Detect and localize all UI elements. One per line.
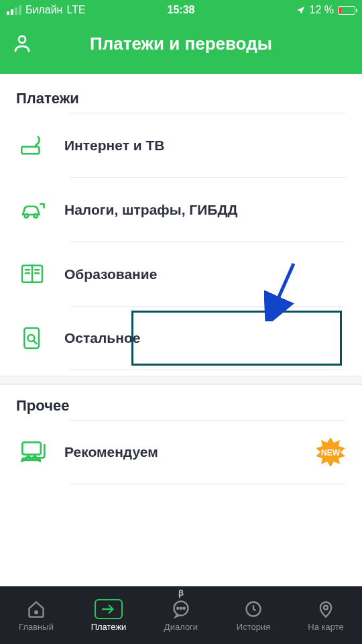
svg-rect-14 [22,442,41,454]
nav-history[interactable]: История [217,586,290,644]
section-payments: Платежи Интернет и ТВ Налоги, штрафы, ГИ… [0,74,362,376]
svg-point-21 [177,607,178,608]
page-title: Платежи и переводы [32,34,330,54]
nav-payments[interactable]: Платежи [72,586,145,644]
row-label: Остальное [64,330,140,346]
nav-label: Диалоги [164,622,198,632]
battery-icon [338,6,355,15]
svg-point-0 [19,36,25,43]
svg-line-12 [34,341,37,343]
svg-point-22 [180,607,182,608]
bottom-nav: Главный Платежи β Диалоги История На кар… [0,586,362,644]
row-label: Налоги, штрафы, ГИБДД [64,202,237,218]
section-divider [0,376,362,385]
row-label: Рекомендуем [64,444,158,460]
car-icon [16,196,48,224]
section-payments-title: Платежи [16,90,346,107]
svg-rect-10 [24,328,39,348]
app-header: Платежи и переводы [0,20,362,74]
nav-map[interactable]: На карте [290,586,362,644]
profile-icon[interactable] [12,34,32,54]
chat-icon [172,599,190,619]
svg-point-25 [324,605,328,609]
clock: 15:38 [168,4,195,16]
signal-icon [7,5,21,15]
annotation-highlight [131,311,342,366]
new-badge-icon: NEW [315,437,346,468]
book-icon [16,261,48,288]
nav-label: Главный [19,622,54,632]
svg-point-3 [34,214,38,217]
section-other-title: Прочее [16,397,346,415]
row-taxes-fines[interactable]: Налоги, штрафы, ГИБДД [70,177,346,241]
battery-percent: 12 % [310,4,334,16]
beta-badge: β [178,588,184,598]
row-recommend[interactable]: Рекомендуем NEW [70,420,346,484]
row-education[interactable]: Образование [70,241,346,306]
home-icon [27,599,46,619]
map-pin-icon [316,599,335,619]
row-label: Интернет и ТВ [64,138,165,154]
router-icon [16,131,48,160]
nav-label: На карте [308,622,343,632]
svg-text:NEW: NEW [321,448,341,458]
nav-label: Платежи [91,622,127,632]
network-label: LTE [66,4,85,16]
carrier-label: Билайн [25,4,62,16]
row-internet-tv[interactable]: Интернет и ТВ [70,113,346,177]
row-other[interactable]: Остальное [70,306,346,370]
svg-point-2 [25,214,28,217]
row-label: Образование [64,266,157,282]
location-icon [296,5,306,15]
nav-dialogs[interactable]: β Диалоги [145,586,217,644]
svg-point-23 [184,607,185,608]
search-doc-icon [16,325,48,352]
nav-home[interactable]: Главный [0,586,72,644]
clock-icon [244,599,263,619]
status-bar: Билайн LTE 15:38 12 % [0,0,362,20]
payments-icon [95,599,123,619]
gamepad-icon [16,437,48,467]
svg-rect-1 [21,146,39,154]
section-other: Прочее Рекомендуем NEW [0,385,362,490]
nav-label: История [237,622,270,632]
svg-point-18 [35,610,38,613]
